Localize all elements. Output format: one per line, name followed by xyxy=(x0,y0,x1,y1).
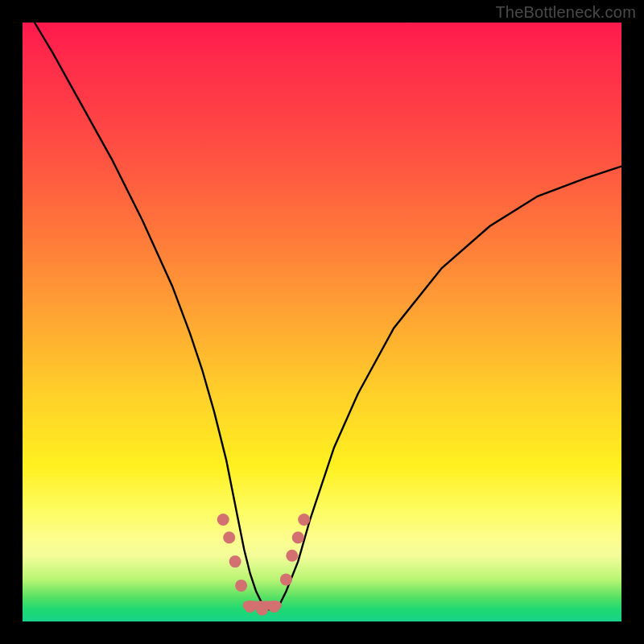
plot-area xyxy=(23,23,621,621)
highlight-marker xyxy=(256,604,268,616)
highlight-marker xyxy=(286,550,298,562)
bottleneck-curve xyxy=(35,23,621,609)
highlight-marker xyxy=(292,531,304,543)
highlight-marker xyxy=(229,555,242,568)
highlight-marker xyxy=(280,573,292,585)
curve-layer xyxy=(23,23,621,621)
highlight-marker xyxy=(244,601,256,613)
highlight-marker xyxy=(223,531,235,543)
highlight-marker xyxy=(268,601,280,613)
chart-frame: TheBottleneck.com xyxy=(0,0,644,644)
highlight-marker xyxy=(298,514,310,526)
highlight-marker xyxy=(235,580,247,592)
highlight-marker xyxy=(217,514,229,526)
watermark-text: TheBottleneck.com xyxy=(495,3,636,22)
